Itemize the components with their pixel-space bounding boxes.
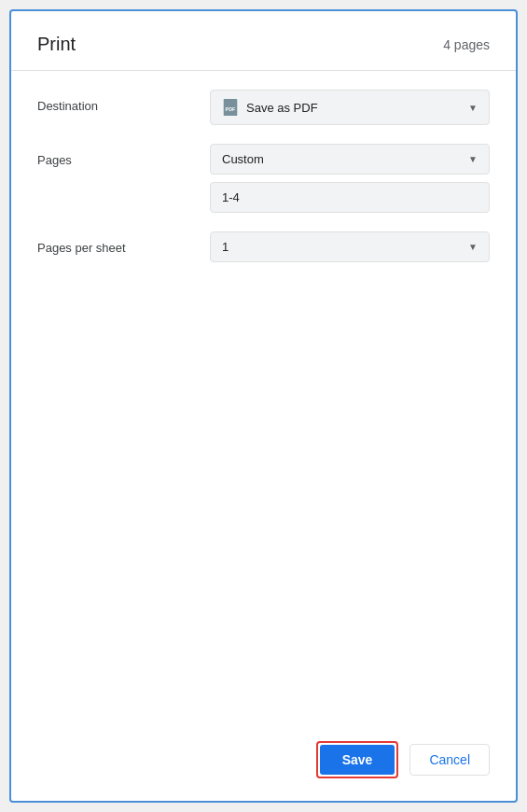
destination-select-wrapper: PDF Save as PDF ▼ (210, 90, 490, 125)
print-dialog: Print 4 pages Destination PDF Save as PD… (9, 9, 518, 803)
pages-per-sheet-chevron-down-icon: ▼ (468, 242, 478, 252)
destination-select-inner: PDF Save as PDF (222, 98, 318, 117)
pdf-icon: PDF (222, 98, 239, 117)
destination-row: Destination PDF Save as PDF ▼ (37, 90, 490, 125)
save-button-highlight: Save (316, 741, 399, 778)
svg-text:PDF: PDF (226, 106, 237, 112)
dialog-header: Print 4 pages (11, 11, 516, 71)
pages-label: Pages (37, 144, 210, 167)
destination-control: PDF Save as PDF ▼ (210, 90, 490, 125)
pages-per-sheet-select-wrapper: 1 ▼ (210, 231, 490, 262)
destination-value: Save as PDF (246, 101, 318, 115)
dialog-title: Print (37, 34, 76, 55)
pages-chevron-down-icon: ▼ (468, 154, 478, 164)
pages-per-sheet-select[interactable]: 1 ▼ (210, 231, 490, 262)
destination-select[interactable]: PDF Save as PDF ▼ (210, 90, 490, 125)
pages-range-input[interactable] (210, 182, 490, 213)
pages-row: Pages Custom ▼ (37, 144, 490, 213)
pages-select-wrapper: Custom ▼ (210, 144, 490, 175)
pages-value: Custom (222, 152, 264, 166)
dialog-pages-count: 4 pages (443, 37, 490, 52)
dialog-body: Destination PDF Save as PDF ▼ (11, 71, 516, 726)
cancel-button[interactable]: Cancel (409, 744, 490, 776)
pages-per-sheet-label: Pages per sheet (37, 231, 210, 255)
pages-per-sheet-value: 1 (222, 240, 229, 254)
destination-label: Destination (37, 90, 210, 113)
save-button[interactable]: Save (320, 745, 395, 775)
pages-per-sheet-control: 1 ▼ (210, 231, 490, 262)
pages-control: Custom ▼ (210, 144, 490, 213)
pages-select[interactable]: Custom ▼ (210, 144, 490, 175)
dialog-footer: Save Cancel (11, 726, 516, 801)
chevron-down-icon: ▼ (468, 103, 478, 113)
pages-per-sheet-row: Pages per sheet 1 ▼ (37, 231, 490, 262)
